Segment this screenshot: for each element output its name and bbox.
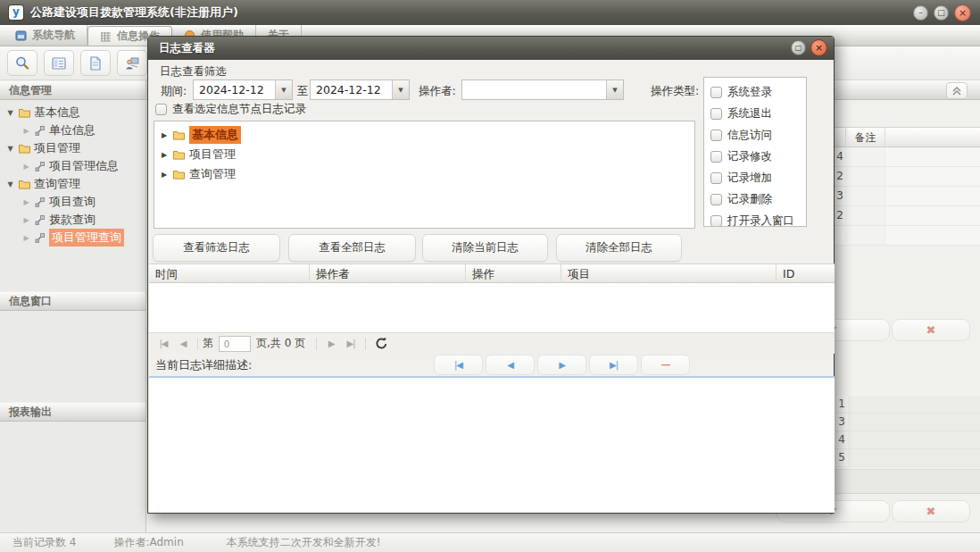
search-button[interactable] — [7, 50, 37, 76]
column-header-operation[interactable]: 操作 — [466, 264, 561, 284]
checkbox[interactable] — [710, 172, 722, 184]
tree-label[interactable]: 单位信息 — [49, 122, 96, 138]
chevron-down-icon[interactable]: ▼ — [275, 80, 292, 99]
record-first-button[interactable]: |◀ — [434, 355, 483, 375]
optype-item-modify[interactable]: 记录修改 — [704, 146, 806, 167]
checkbox[interactable] — [710, 130, 722, 141]
dialog-titlebar[interactable]: 日志查看器 — [148, 37, 834, 60]
sidebar-item-query-mgmt[interactable]: ▼ 查询管理 — [0, 175, 145, 193]
collapse-panel-button[interactable] — [946, 82, 968, 99]
collapse-icon[interactable]: ▶ — [21, 198, 31, 206]
date-to-value[interactable]: 2024-12-12 — [311, 80, 392, 99]
optype-item-open-window[interactable]: 打开录入窗口 — [704, 210, 806, 227]
dialog-tree-item-basic-info[interactable]: ▶ 基本信息 — [154, 125, 694, 145]
date-from-value[interactable]: 2024-12-12 — [194, 80, 275, 99]
optype-item-add[interactable]: 记录增加 — [704, 167, 806, 188]
sidebar-item-project-query[interactable]: ▶ 项目查询 — [0, 193, 145, 211]
tree-label-selected[interactable]: 基本信息 — [189, 126, 241, 144]
date-from-picker[interactable]: 2024-12-12 ▼ — [193, 79, 293, 100]
maximize-button[interactable]: □ — [934, 5, 949, 21]
dialog-maximize-button[interactable]: □ — [791, 40, 806, 55]
collapse-icon[interactable]: ▶ — [160, 171, 169, 179]
expand-icon[interactable]: ▼ — [5, 145, 15, 153]
tree-label[interactable]: 拨款查询 — [49, 212, 96, 228]
checkbox[interactable] — [710, 194, 722, 205]
column-header-id[interactable]: ID — [777, 264, 834, 284]
checkbox[interactable] — [710, 151, 722, 163]
dialog-tree-item-project-mgmt[interactable]: ▶ 项目管理 — [154, 145, 694, 164]
collapse-icon[interactable]: ▶ — [21, 127, 31, 135]
cancel-button[interactable]: ✖ — [892, 319, 970, 341]
sidebar-item-project-mgmt-query[interactable]: ▶ 项目管理查询 — [0, 229, 145, 247]
chevron-down-icon[interactable]: ▼ — [392, 80, 409, 99]
user-log-button[interactable] — [117, 50, 147, 76]
column-header-operator[interactable]: 操作者 — [310, 264, 466, 284]
remark-cell — [845, 147, 885, 166]
optype-item-access[interactable]: 信息访问 — [704, 124, 806, 146]
tree-label[interactable]: 项目查询 — [49, 194, 96, 210]
sidebar-section-info[interactable]: 信息管理 — [0, 80, 145, 100]
collapse-icon[interactable]: ▶ — [21, 216, 31, 224]
cancel-button[interactable]: ✖ — [892, 500, 970, 523]
sidebar-item-project-mgmt-info[interactable]: ▶ 项目管理信息 — [0, 157, 145, 175]
minimize-button[interactable]: – — [913, 5, 928, 21]
checkbox[interactable] — [710, 87, 722, 98]
column-header-project[interactable]: 项目 — [561, 264, 777, 284]
checkbox[interactable] — [710, 215, 722, 227]
date-to-picker[interactable]: 2024-12-12 ▼ — [310, 79, 410, 100]
sidebar-item-project-mgmt[interactable]: ▼ 项目管理 — [0, 139, 145, 157]
tree-label[interactable]: 基本信息 — [34, 105, 80, 121]
log-table-body[interactable] — [149, 283, 835, 332]
operator-combobox[interactable]: ▼ — [461, 79, 624, 100]
remark-cell — [845, 206, 885, 225]
clear-all-logs-button[interactable]: 清除全部日志 — [556, 234, 682, 262]
node-filter-checkbox-row[interactable]: 查看选定信息节点日志记录 — [155, 102, 306, 117]
sidebar-section-report[interactable]: 报表输出 — [0, 402, 145, 422]
sidebar-section-window[interactable]: 信息窗口 — [0, 291, 145, 311]
tab-system-nav[interactable]: 系统导航 — [4, 25, 87, 46]
collapse-icon[interactable]: ▶ — [21, 234, 31, 242]
expand-icon[interactable]: ▼ — [5, 109, 15, 117]
tree-label[interactable]: 查询管理 — [34, 176, 80, 192]
record-prev-button[interactable]: ◀ — [486, 355, 535, 375]
view-all-logs-button[interactable]: 查看全部日志 — [288, 234, 416, 262]
column-header-time[interactable]: 时间 — [149, 264, 310, 284]
close-button[interactable]: × — [954, 4, 971, 21]
clear-current-logs-button[interactable]: 清除当前日志 — [422, 234, 548, 262]
expand-icon[interactable]: ▼ — [5, 180, 15, 188]
collapse-icon[interactable]: ▶ — [160, 151, 169, 159]
sidebar-item-payment-query[interactable]: ▶ 拨款查询 — [0, 211, 145, 229]
collapse-icon[interactable]: ▶ — [21, 163, 31, 171]
record-last-button[interactable]: ▶| — [589, 355, 638, 375]
tree-label[interactable]: 项目管理 — [34, 140, 80, 156]
record-next-button[interactable]: ▶ — [537, 355, 586, 375]
tree-label[interactable]: 查询管理 — [189, 166, 236, 182]
prev-page-button[interactable]: ◀ — [173, 335, 193, 352]
optype-item-login[interactable]: 系统登录 — [704, 81, 806, 103]
sidebar-item-unit-info[interactable]: ▶ 单位信息 — [0, 121, 145, 139]
detail-description-textarea[interactable] — [149, 376, 835, 513]
optype-item-logout[interactable]: 系统退出 — [704, 103, 806, 124]
sidebar-item-basic-info[interactable]: ▼ 基本信息 — [0, 104, 145, 121]
chevron-down-icon[interactable]: ▼ — [606, 80, 623, 99]
document-button[interactable] — [80, 50, 111, 76]
checkbox[interactable] — [155, 104, 167, 115]
view-filtered-logs-button[interactable]: 查看筛选日志 — [153, 234, 280, 262]
tree-label-selected[interactable]: 项目管理查询 — [49, 229, 124, 247]
dialog-close-button[interactable]: × — [810, 39, 827, 56]
record-delete-button[interactable]: — — [641, 355, 690, 375]
dialog-tree-item-query-mgmt[interactable]: ▶ 查询管理 — [154, 164, 694, 184]
tree-label[interactable]: 项目管理 — [189, 146, 236, 163]
pagination-bar: |◀ ◀ 第 页,共 0 页 ▶ ▶| — [149, 332, 835, 354]
first-page-button[interactable]: |◀ — [154, 335, 173, 352]
optype-item-delete[interactable]: 记录删除 — [704, 188, 806, 210]
checkbox[interactable] — [710, 108, 722, 120]
collapse-icon[interactable]: ▶ — [160, 131, 169, 139]
form-view-button[interactable] — [44, 50, 74, 76]
tree-label[interactable]: 项目管理信息 — [49, 158, 119, 174]
refresh-button[interactable] — [370, 335, 392, 353]
last-page-button[interactable]: ▶| — [341, 335, 361, 352]
operator-value[interactable] — [462, 80, 606, 99]
next-page-button[interactable]: ▶ — [321, 335, 341, 352]
page-number-input[interactable] — [219, 336, 251, 352]
